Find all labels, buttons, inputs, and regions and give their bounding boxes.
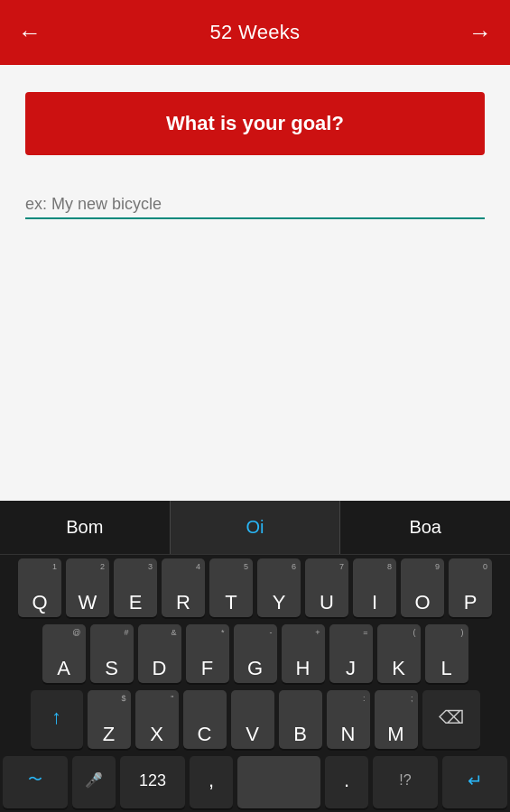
key-g[interactable]: -G <box>234 624 277 683</box>
punc-key-label: !? <box>399 772 411 789</box>
key-sub-k: ( <box>413 628 416 637</box>
key-k[interactable]: (K <box>377 624 421 683</box>
suggestion-bom[interactable]: Bom <box>0 501 171 554</box>
key-sub-p: 0 <box>483 562 487 571</box>
backspace-key[interactable]: ⌫ <box>422 690 480 749</box>
comma-key-label: , <box>209 770 214 790</box>
key-l[interactable]: )L <box>425 624 468 683</box>
comma-key[interactable]: , <box>190 756 233 808</box>
content-area: What is your goal? <box>0 65 510 501</box>
key-u[interactable]: 7U <box>305 558 348 617</box>
key-sub-o: 9 <box>435 562 440 571</box>
period-key[interactable]: . <box>325 756 368 808</box>
space-key[interactable] <box>237 756 320 808</box>
key-f[interactable]: *F <box>186 624 229 683</box>
key-y[interactable]: 6Y <box>257 558 301 617</box>
keyboard-row-3: ↑$Z"XCVB:N;M⌫ <box>0 687 510 752</box>
language-key[interactable]: 〜 <box>3 756 68 808</box>
mic-icon: 🎤 <box>85 771 103 789</box>
keyboard-row-1: 1Q2W3E4R5T6Y7U8I9O0P <box>0 555 510 621</box>
key-sub-n: : <box>363 694 366 703</box>
key-sub-l: ) <box>461 628 464 637</box>
app-header: ← 52 Weeks → <box>0 0 510 65</box>
key-c[interactable]: C <box>183 690 227 749</box>
numbers-key[interactable]: 123 <box>120 756 185 808</box>
key-p[interactable]: 0P <box>449 558 492 617</box>
key-w[interactable]: 2W <box>66 558 109 617</box>
suggestions-row: Bom Oi Boa <box>0 501 510 555</box>
keyboard: Bom Oi Boa 1Q2W3E4R5T6Y7U8I9O0P @A#S&D*F… <box>0 501 510 812</box>
key-h[interactable]: +H <box>282 624 325 683</box>
key-x[interactable]: "X <box>135 690 179 749</box>
key-sub-r: 4 <box>196 562 200 571</box>
key-sub-f: * <box>221 628 225 637</box>
backspace-icon: ⌫ <box>439 706 464 728</box>
key-sub-w: 2 <box>100 562 105 571</box>
language-icon: 〜 <box>28 770 42 789</box>
key-sub-z: $ <box>121 694 125 703</box>
punc-key[interactable]: !? <box>373 756 438 808</box>
key-sub-h: + <box>315 628 320 637</box>
period-key-label: . <box>344 770 349 790</box>
key-m[interactable]: ;M <box>375 690 418 749</box>
key-e[interactable]: 3E <box>114 558 157 617</box>
shift-key[interactable]: ↑ <box>31 690 83 749</box>
suggestion-boa[interactable]: Boa <box>340 501 510 554</box>
key-t[interactable]: 5T <box>209 558 253 617</box>
mic-key[interactable]: 🎤 <box>72 756 116 808</box>
keyboard-row-4: 〜 🎤 123 , . !? ↵ <box>0 752 510 812</box>
key-s[interactable]: #S <box>90 624 134 683</box>
goal-input[interactable] <box>25 191 485 219</box>
key-sub-j: = <box>363 628 367 637</box>
key-sub-m: ; <box>411 694 413 703</box>
key-sub-u: 7 <box>339 562 344 571</box>
forward-button[interactable]: → <box>468 19 492 47</box>
shift-icon: ↑ <box>51 706 61 729</box>
key-z[interactable]: $Z <box>88 690 131 749</box>
key-i[interactable]: 8I <box>353 558 396 617</box>
enter-icon: ↵ <box>468 770 483 791</box>
key-r[interactable]: 4R <box>162 558 205 617</box>
key-j[interactable]: =J <box>329 624 373 683</box>
back-button[interactable]: ← <box>18 19 42 47</box>
key-sub-x: " <box>171 694 173 703</box>
key-sub-q: 1 <box>52 562 57 571</box>
key-sub-d: & <box>171 628 176 637</box>
goal-input-wrapper <box>25 191 485 219</box>
key-d[interactable]: &D <box>138 624 181 683</box>
key-b[interactable]: B <box>279 690 322 749</box>
goal-banner-text: What is your goal? <box>166 112 344 134</box>
key-v[interactable]: V <box>231 690 274 749</box>
enter-key[interactable]: ↵ <box>442 756 507 808</box>
keyboard-row-2: @A#S&D*F-G+H=J(K)L <box>0 621 510 687</box>
key-sub-s: # <box>124 628 128 637</box>
suggestion-oi[interactable]: Oi <box>171 501 341 554</box>
key-sub-i: 8 <box>387 562 392 571</box>
key-o[interactable]: 9O <box>401 558 444 617</box>
header-title: 52 Weeks <box>210 21 301 44</box>
key-q[interactable]: 1Q <box>18 558 61 617</box>
key-a[interactable]: @A <box>42 624 86 683</box>
key-n[interactable]: :N <box>327 690 370 749</box>
key-sub-y: 6 <box>292 562 296 571</box>
key-sub-t: 5 <box>244 562 248 571</box>
key-sub-g: - <box>270 628 273 637</box>
key-sub-a: @ <box>72 628 80 637</box>
goal-banner: What is your goal? <box>25 92 485 155</box>
numbers-key-label: 123 <box>139 772 166 789</box>
key-sub-e: 3 <box>148 562 153 571</box>
